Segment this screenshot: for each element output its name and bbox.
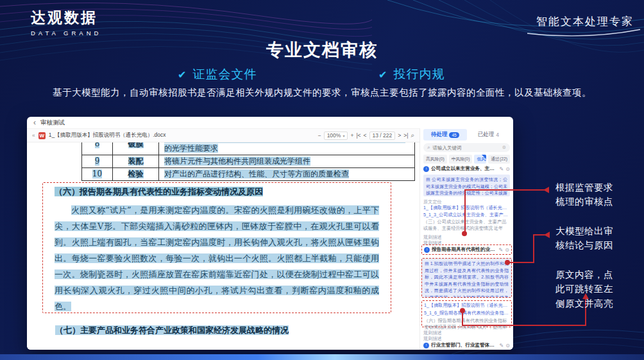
tab-label: 已处理 bbox=[478, 131, 495, 139]
next-page-button[interactable]: > bbox=[398, 132, 401, 139]
result-text: 公司未披露主营业务的演变情况；公司未披露主营业务的模式与规模；公司未披露主营业务… bbox=[426, 177, 507, 196]
origin-file-link[interactable]: 1_【摘取用版本】招股说明书（通长光电）.docx bbox=[423, 205, 510, 211]
origin-section-link[interactable]: 5_1_6_报告期各期具有代表性的业务指标变动情况及原因 bbox=[424, 310, 509, 316]
result-icon: ▤ bbox=[426, 177, 430, 182]
first-page-button[interactable]: |< bbox=[356, 132, 360, 139]
table-cell: 10 bbox=[92, 169, 102, 178]
card-title-text: 报告期各期具有代表性的业务指标变动情况及原因 bbox=[432, 246, 497, 253]
app-header: ‹ 审核测试 bbox=[27, 117, 513, 128]
result-text: 1.招股说明书中描述了火照的制作和使用过程，但并未提及具有代表性的业务指标，因此… bbox=[425, 261, 509, 298]
chevron-down-icon: ▾ bbox=[343, 133, 344, 138]
toggle-icon[interactable]: ⊙ bbox=[505, 343, 510, 348]
annotation-origin-jump: 原文内容，点此可跳转至左侧原文并高亮 bbox=[555, 268, 620, 311]
origin-file-link[interactable]: 1_【摘取用版本】招股说明书（通长光电）.docx bbox=[424, 302, 509, 309]
table-cell: 对产出的产品进行结构、性能、尺寸等方面的质量检查 bbox=[164, 169, 349, 178]
collapse-icon[interactable]: « bbox=[32, 132, 35, 139]
origin-section-link[interactable]: 5_1_3_公司成立以来主营业务、主要产品或服务、主要经... bbox=[423, 212, 510, 218]
process-table: 8 镀膜 在镜片元件表面通过物理或化学的方法沉积有机/无机物质层，达到规定的光学… bbox=[81, 142, 415, 181]
table-row: 10 检验 对产出的产品进行结构、性能、尺寸等方面的质量检查 bbox=[82, 168, 415, 181]
card-title-text: 行业主管部门、行业监管体制、行业主要法律法... bbox=[431, 342, 498, 348]
app-window: ‹ 审核测试 « W 1_【摘取用版本】招股说明书（通长光电）.docx − 1… bbox=[27, 117, 513, 350]
chip-mid-risk[interactable]: 中风险(0) bbox=[449, 155, 473, 164]
result-icon: ▤ bbox=[425, 261, 429, 266]
table-cell: 将镜片元件与其他构件共同组装成光学组件 bbox=[164, 157, 310, 166]
toggle-icon[interactable]: ⊙ bbox=[505, 166, 510, 172]
table-row: 9 装配 将镜片元件与其他构件共同组装成光学组件 bbox=[82, 155, 415, 168]
edit-icon[interactable]: ✎ bbox=[499, 247, 504, 253]
audit-card-d-title[interactable]: ! 行业主管部门、行业监管体制、行业主要法律法... ✎ ⊙ bbox=[423, 342, 510, 348]
brand-logo: 达观数据 DATA GRAND bbox=[31, 8, 101, 37]
connector-line bbox=[507, 262, 534, 263]
document-toolbar: « W 1_【摘取用版本】招股说明书（通长光电）.docx − 100% ▾ +… bbox=[27, 128, 419, 142]
chip-high-risk[interactable]: 高风险(0) bbox=[423, 155, 447, 164]
connector-arrow bbox=[543, 187, 549, 193]
panel-tabs: 待处理 45 已处理 4 bbox=[423, 129, 510, 141]
slide-description: 基于大模型能力，自动审核招股书是否满足相关外规内规文件的要求，审核点主要包括了披… bbox=[0, 87, 644, 99]
table-cell: 检验 bbox=[128, 169, 144, 178]
audit-card-a-title[interactable]: ! 公司成立以来主营业务、主要产品或服务、主要... ✎ ⊙ bbox=[423, 166, 510, 172]
tab-processed[interactable]: 已处理 4 bbox=[467, 129, 511, 141]
word-file-icon: W bbox=[38, 132, 46, 139]
section6-title: （六）报告期各期具有代表性的业务指标变动情况及原因 bbox=[55, 186, 379, 198]
brand-logo-en: DATA GRAND bbox=[31, 30, 101, 37]
table-cell: 装配 bbox=[128, 157, 144, 166]
annotation-llm-conclusion: 大模型给出审核结论与原因 bbox=[555, 224, 620, 253]
zoom-in-button[interactable]: + bbox=[350, 132, 353, 139]
audit-result-b[interactable]: ▤1.招股说明书中描述了火照的制作和使用过程，但并未提及具有代表性的业务指标，因… bbox=[421, 258, 512, 298]
check-icon: ✔ bbox=[378, 69, 387, 80]
section7-title: （七）主要产品和业务符合产业政策和国家经济发展战略的情况 bbox=[55, 325, 289, 336]
origin-block-c[interactable]: 1_【摘取用版本】招股说明书（通长光电）.docx 5_1_6_报告期各期具有代… bbox=[421, 300, 512, 327]
origin-excerpt[interactable]: （三）公司成立以来主营业务、主要产品或服务、主要经营模式的演变情况 近年来，受益… bbox=[423, 219, 510, 232]
edit-icon[interactable]: ✎ bbox=[500, 166, 504, 172]
bullet-csrc-files: ✔证监会文件 bbox=[178, 66, 257, 83]
filter-icon[interactable]: ⚙ bbox=[502, 145, 506, 150]
audit-panel: 待处理 45 已处理 4 ⌕ ⚙ 高风险(0) 中风险(0) 低风险 bbox=[419, 128, 513, 350]
risk-filter-chips: 高风险(0) 中风险(0) 低风险(45) 通过(22) bbox=[423, 155, 510, 164]
last-page-button[interactable]: >| bbox=[403, 132, 408, 139]
zoom-select[interactable]: 100% ▾ bbox=[324, 132, 348, 140]
table-cell: 在镜片元件表面通过物理或化学的方法沉积有机/无机物质层，达到规定的光学性能要求 bbox=[164, 142, 405, 153]
prev-page-button[interactable]: < bbox=[364, 132, 367, 139]
edit-icon[interactable]: ✎ bbox=[500, 343, 504, 348]
table-row: 8 镀膜 在镜片元件表面通过物理或化学的方法沉积有机/无机物质层，达到规定的光学… bbox=[82, 142, 415, 155]
brand-logo-cn: 达观数据 bbox=[31, 8, 101, 28]
back-button[interactable]: ‹ bbox=[33, 119, 36, 126]
check-icon: ✔ bbox=[178, 69, 187, 80]
audit-result-a[interactable]: ▤公司未披露主营业务的演变情况；公司未披露主营业务的模式与规模；公司未披露主营业… bbox=[423, 175, 510, 196]
section6-body: 火照又称“试片”，是用来测定窑内温度的。宋窑的火照是利用碗坯改做的，上平下尖，大… bbox=[55, 202, 379, 314]
search-icon: ⌕ bbox=[427, 144, 430, 151]
app-title: 审核测试 bbox=[40, 119, 65, 127]
page-title: 专业文档审核 bbox=[0, 39, 644, 62]
page-indicator[interactable]: 13 / 222 bbox=[369, 132, 396, 140]
connector-dot bbox=[462, 231, 467, 236]
zoom-out-button[interactable]: − bbox=[318, 132, 321, 139]
connector-line bbox=[464, 189, 549, 191]
tab-count-badge: 45 bbox=[449, 132, 459, 138]
connector-arrow bbox=[544, 232, 550, 238]
toggle-icon[interactable]: ⊙ bbox=[505, 247, 509, 253]
bullet-internal-rules: ✔投行内规 bbox=[378, 66, 445, 83]
search-icon[interactable]: ⌕ bbox=[411, 132, 414, 139]
chip-low-risk[interactable]: 低风险(45) bbox=[474, 155, 486, 164]
search-box: ⌕ ⚙ bbox=[423, 143, 510, 152]
brand-tagline: 智能文本处理专家 bbox=[536, 14, 634, 29]
connector-line bbox=[464, 190, 466, 234]
search-input[interactable] bbox=[432, 145, 496, 151]
table-cell: 镀膜 bbox=[128, 142, 144, 148]
rule-label: 规则描述 bbox=[423, 336, 510, 342]
audit-card-b-title[interactable]: ! 报告期各期具有代表性的业务指标变动情况及原因 ✎ ⊙ bbox=[421, 244, 512, 255]
tab-count: 4 bbox=[496, 132, 499, 138]
info-icon: ! bbox=[423, 166, 429, 172]
tab-pending[interactable]: 待处理 45 bbox=[423, 129, 467, 141]
file-name[interactable]: 1_【摘取用版本】招股说明书（通长光电）.docx bbox=[49, 132, 166, 139]
tab-label: 待处理 bbox=[431, 131, 448, 139]
section6-highlight-box: （六）报告期各期具有代表性的业务指标变动情况及原因 火照又称“试片”，是用来测定… bbox=[42, 182, 391, 313]
document-canvas: 8 镀膜 在镜片元件表面通过物理或化学的方法沉积有机/无机物质层，达到规定的光学… bbox=[27, 142, 419, 350]
card-title-text: 公司成立以来主营业务、主要产品或服务、主要... bbox=[431, 166, 498, 172]
zoom-level: 100% bbox=[327, 132, 341, 139]
info-icon: ! bbox=[423, 343, 429, 348]
chip-passed[interactable]: 通过(22) bbox=[488, 155, 510, 164]
bottom-accent-bar bbox=[0, 354, 644, 360]
origin-excerpt[interactable]: （六）报告期各期具有代表性的业务指标变动情况及原因 火照又称“试片”，是用来测定… bbox=[424, 318, 509, 329]
slide-canvas: 达观数据 DATA GRAND 智能文本处理专家 专业文档审核 ✔证监会文件 ✔… bbox=[0, 0, 644, 360]
